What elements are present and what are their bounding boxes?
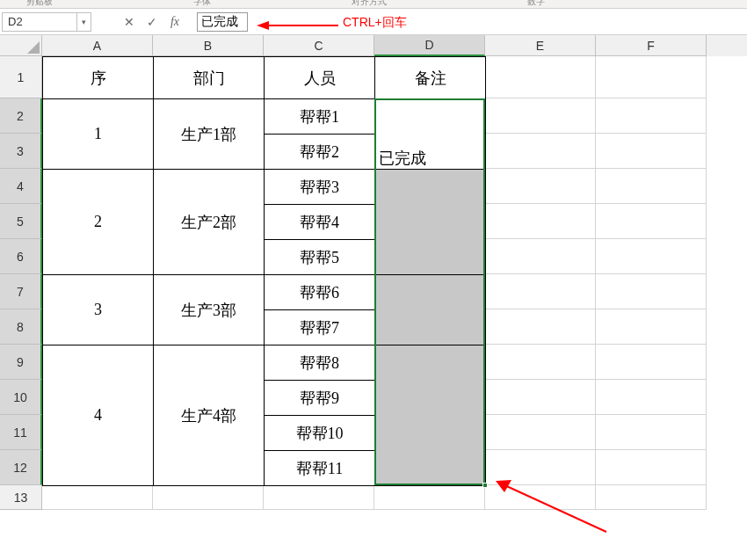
cell-note-active[interactable]: 已完成 <box>375 99 486 170</box>
annotation-text: CTRL+回车 <box>343 15 407 31</box>
row-header-8[interactable]: 8 <box>0 309 42 345</box>
row-header-9[interactable]: 9 <box>0 345 42 380</box>
cell-dept[interactable]: 生产3部 <box>154 275 265 345</box>
cell-person[interactable]: 帮帮9 <box>265 381 375 416</box>
th-note[interactable]: 备注 <box>375 57 486 99</box>
select-all-corner[interactable] <box>0 35 42 56</box>
cell-person[interactable]: 帮帮1 <box>265 99 375 135</box>
name-box-dropdown[interactable]: ▾ <box>77 12 91 32</box>
col-header-d[interactable]: D <box>374 35 485 56</box>
row-header-3[interactable]: 3 <box>0 134 42 169</box>
cell-dept[interactable]: 生产1部 <box>154 99 265 170</box>
svg-line-2 <box>501 484 606 532</box>
column-headers: A B C D E F <box>0 35 747 56</box>
cell-person[interactable]: 帮帮10 <box>265 416 375 451</box>
col-header-c[interactable]: C <box>264 35 374 56</box>
row-header-6[interactable]: 6 <box>0 239 42 274</box>
cell-person[interactable]: 帮帮11 <box>265 451 375 486</box>
arrow-left-icon <box>255 18 343 33</box>
ribbon-fragment: 剪贴板 字体 对齐方式 数字 <box>0 0 747 9</box>
cell-note[interactable] <box>375 345 486 486</box>
cell-seq[interactable]: 3 <box>43 275 154 345</box>
selection-handle[interactable] <box>482 483 488 488</box>
svg-marker-3 <box>496 480 511 492</box>
th-dept[interactable]: 部门 <box>154 57 265 99</box>
ribbon-label-clipboard: 剪贴板 <box>26 0 53 8</box>
row-header-5[interactable]: 5 <box>0 204 42 239</box>
cell-person[interactable]: 帮帮7 <box>265 310 375 345</box>
cell-person[interactable]: 帮帮6 <box>265 275 375 310</box>
formula-bar: D2 ▾ ✕ ✓ fx 已完成 CTRL+回车 <box>0 9 747 35</box>
col-header-f[interactable]: F <box>596 35 707 56</box>
cell-seq[interactable]: 2 <box>43 170 154 275</box>
data-table: 序 部门 人员 备注 1 生产1部 帮帮1 已完成 帮帮2 2 生产2部 帮帮3… <box>42 56 486 486</box>
name-box[interactable]: D2 <box>2 12 77 32</box>
row-header-11[interactable]: 11 <box>0 415 42 450</box>
cell-seq[interactable]: 4 <box>43 345 154 486</box>
ribbon-label-font: 字体 <box>193 0 211 8</box>
formula-cancel-button[interactable]: ✕ <box>118 12 141 32</box>
cell-person[interactable]: 帮帮2 <box>265 135 375 170</box>
cell-note[interactable] <box>375 170 486 275</box>
formula-confirm-button[interactable]: ✓ <box>141 12 163 32</box>
row-header-12[interactable]: 12 <box>0 450 42 485</box>
th-person[interactable]: 人员 <box>265 57 375 99</box>
row-header-1[interactable]: 1 <box>0 56 42 98</box>
ribbon-label-align: 对齐方式 <box>352 0 387 8</box>
fx-button[interactable]: fx <box>163 12 186 32</box>
cell-seq[interactable]: 1 <box>43 99 154 170</box>
row-header-4[interactable]: 4 <box>0 169 42 204</box>
cell-dept[interactable]: 生产4部 <box>154 345 265 486</box>
cell-person[interactable]: 帮帮5 <box>265 240 375 275</box>
formula-input[interactable]: 已完成 <box>197 12 248 32</box>
cell-person[interactable]: 帮帮3 <box>265 170 375 205</box>
col-header-b[interactable]: B <box>153 35 264 56</box>
row-header-7[interactable]: 7 <box>0 274 42 309</box>
col-header-a[interactable]: A <box>42 35 153 56</box>
th-seq[interactable]: 序 <box>43 57 154 99</box>
row-header-2[interactable]: 2 <box>0 98 42 134</box>
ribbon-label-number: 数字 <box>527 0 545 8</box>
sheet-grid[interactable]: A B C D E F 1 2 3 4 5 6 7 8 9 10 11 12 1… <box>0 35 747 510</box>
cell-note[interactable] <box>375 275 486 345</box>
cell-person[interactable]: 帮帮4 <box>265 205 375 240</box>
row-header-13[interactable]: 13 <box>0 485 42 510</box>
col-header-e[interactable]: E <box>485 35 596 56</box>
row-header-10[interactable]: 10 <box>0 380 42 415</box>
arrow-diag-icon <box>492 475 615 545</box>
cell-person[interactable]: 帮帮8 <box>265 345 375 381</box>
svg-marker-1 <box>257 21 269 30</box>
cell-dept[interactable]: 生产2部 <box>154 170 265 275</box>
